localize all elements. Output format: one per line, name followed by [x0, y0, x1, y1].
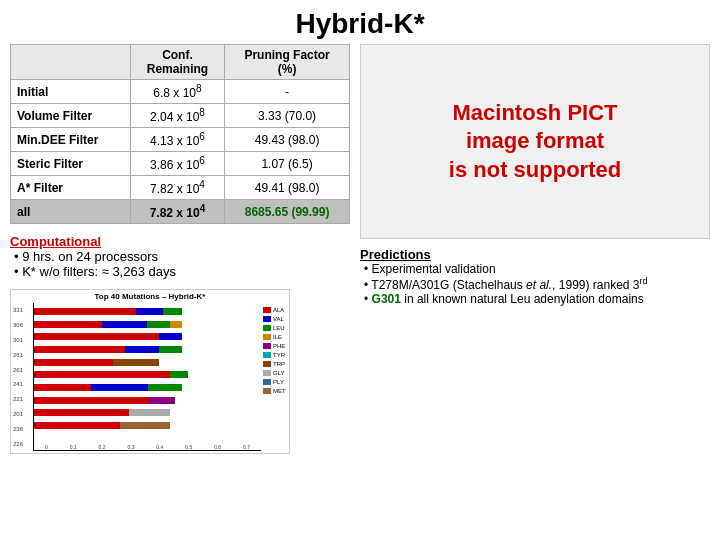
- legend-color: [263, 325, 271, 331]
- legend-item: PLY: [263, 379, 287, 385]
- row-label: Volume Filter: [11, 104, 131, 128]
- chart-title: Top 40 Mutations – Hybrid-K*: [11, 290, 289, 303]
- computational-item-1: 9 hrs. on 24 processors: [14, 249, 350, 264]
- legend-item: TRP: [263, 361, 287, 367]
- legend-color: [263, 370, 271, 376]
- row-label: Initial: [11, 80, 131, 104]
- legend-color: [263, 379, 271, 385]
- x-label: 0.6: [214, 444, 221, 450]
- predictions-title: Predictions: [360, 247, 431, 262]
- legend-item: TYR: [263, 352, 287, 358]
- legend-label: PLY: [273, 379, 284, 385]
- legend-item: ALA: [263, 307, 287, 313]
- table-row: Steric Filter 3.86 x 106 1.07 (6.5): [11, 152, 350, 176]
- bar-row: [34, 332, 261, 341]
- chart-area: Top 40 Mutations – Hybrid-K* 331 306 301…: [10, 289, 290, 454]
- x-axis-labels: 0 0.1 0.2 0.3 0.4 0.5 0.6 0.7: [34, 444, 261, 450]
- chart-inner: 331 306 301 281 261 241 221 201 236 226: [11, 303, 289, 451]
- bar-row: [34, 383, 261, 392]
- legend-item: LEU: [263, 325, 287, 331]
- computational-list: 9 hrs. on 24 processors K* w/o filters: …: [10, 249, 350, 279]
- chart-bars: [34, 303, 261, 434]
- row-conf: 7.82 x 104: [130, 176, 224, 200]
- row-pruning: 49.43 (98.0): [225, 128, 350, 152]
- legend-label: MET: [273, 388, 286, 394]
- table-row: Initial 6.8 x 108 -: [11, 80, 350, 104]
- row-label-all: all: [11, 200, 131, 224]
- bar-segment: [129, 409, 170, 416]
- row-conf: 3.86 x 106: [130, 152, 224, 176]
- y-label: 306: [13, 322, 31, 328]
- y-label: 201: [13, 411, 31, 417]
- right-column: Macintosh PICTimage formatis not support…: [360, 44, 710, 454]
- bar-segment: [120, 422, 170, 429]
- legend-label: TRP: [273, 361, 285, 367]
- filter-table: Conf.Remaining Pruning Factor(%) Initial…: [10, 44, 350, 224]
- legend-label: PHE: [273, 343, 285, 349]
- y-label: 236: [13, 426, 31, 432]
- bar-segment: [147, 321, 170, 328]
- table-row: Min.DEE Filter 4.13 x 106 49.43 (98.0): [11, 128, 350, 152]
- table-row: A* Filter 7.82 x 104 49.41 (98.0): [11, 176, 350, 200]
- legend-color: [263, 307, 271, 313]
- table-row: Volume Filter 2.04 x 108 3.33 (70.0): [11, 104, 350, 128]
- legend-label: ALA: [273, 307, 284, 313]
- legend-color: [263, 316, 271, 322]
- bar-segment: [170, 371, 188, 378]
- legend-label: TYR: [273, 352, 285, 358]
- legend-color: [263, 361, 271, 367]
- bar-segment: [34, 371, 170, 378]
- bar-segment: [34, 333, 159, 340]
- pict-placeholder-text: Macintosh PICTimage formatis not support…: [449, 99, 621, 185]
- row-conf-all: 7.82 x 104: [130, 200, 224, 224]
- col-header-filter: [11, 45, 131, 80]
- col-header-conf: Conf.Remaining: [130, 45, 224, 80]
- row-label: Steric Filter: [11, 152, 131, 176]
- row-pruning: 1.07 (6.5): [225, 152, 350, 176]
- x-label: 0.3: [127, 444, 134, 450]
- bar-segment: [34, 321, 102, 328]
- bar-row: [34, 307, 261, 316]
- legend-label: ILE: [273, 334, 282, 340]
- bar-segment: [148, 397, 175, 404]
- y-label: 301: [13, 337, 31, 343]
- legend-label: VAL: [273, 316, 284, 322]
- bar-segment: [34, 346, 125, 353]
- bar-row: [34, 345, 261, 354]
- legend-area: ALA VAL LEU ILE: [261, 303, 289, 451]
- bar-segment: [148, 384, 182, 391]
- pict-image-placeholder: Macintosh PICTimage formatis not support…: [360, 44, 710, 239]
- bar-segment: [91, 384, 148, 391]
- computational-section: Computational 9 hrs. on 24 processors K*…: [10, 234, 350, 279]
- x-label: 0.7: [243, 444, 250, 450]
- y-label: 261: [13, 367, 31, 373]
- legend-color: [263, 334, 271, 340]
- row-label: Min.DEE Filter: [11, 128, 131, 152]
- row-label: A* Filter: [11, 176, 131, 200]
- row-conf: 4.13 x 106: [130, 128, 224, 152]
- bar-row: [34, 370, 261, 379]
- predictions-section: Predictions Experimental validation T278…: [360, 247, 710, 306]
- bar-segment: [163, 308, 181, 315]
- row-pruning: 3.33 (70.0): [225, 104, 350, 128]
- legend-item: MET: [263, 388, 287, 394]
- legend-item: GLY: [263, 370, 287, 376]
- legend-label: LEU: [273, 325, 285, 331]
- x-label: 0: [45, 444, 48, 450]
- bar-row: [34, 408, 261, 417]
- x-label: 0.1: [70, 444, 77, 450]
- bar-segment: [34, 422, 120, 429]
- bar-segment: [159, 346, 182, 353]
- prediction-item-3: G301 in all known natural Leu adenylatio…: [364, 292, 710, 306]
- bar-row: [34, 358, 261, 367]
- bar-segment: [136, 308, 163, 315]
- chart-bars-area: 0 0.1 0.2 0.3 0.4 0.5 0.6 0.7: [33, 303, 261, 451]
- legend-item: ILE: [263, 334, 287, 340]
- bar-row: [34, 421, 261, 430]
- bar-segment: [34, 308, 136, 315]
- row-pruning-all: 8685.65 (99.99): [225, 200, 350, 224]
- legend-item: PHE: [263, 343, 287, 349]
- x-label: 0.4: [156, 444, 163, 450]
- x-label: 0.5: [185, 444, 192, 450]
- x-label: 0.2: [99, 444, 106, 450]
